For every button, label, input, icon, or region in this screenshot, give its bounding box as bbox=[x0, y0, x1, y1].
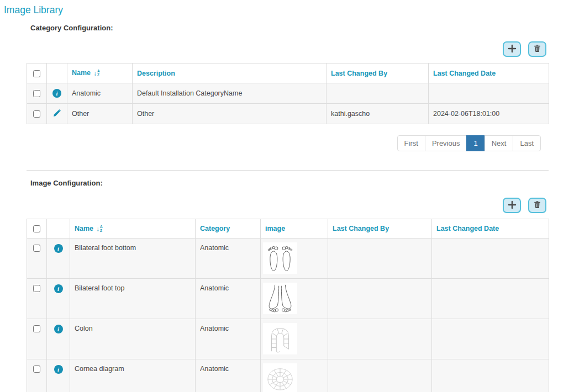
trash-icon bbox=[533, 44, 541, 54]
table-row: i Colon Anatomic bbox=[27, 319, 549, 359]
image-last-changed-by-cell bbox=[328, 359, 432, 392]
pagination-first-button[interactable]: First bbox=[397, 135, 425, 151]
colon-image bbox=[263, 323, 297, 354]
pagination-last-button[interactable]: Last bbox=[513, 135, 541, 151]
image-image-column-header: image bbox=[261, 219, 328, 239]
image-row-checkbox[interactable] bbox=[33, 285, 40, 292]
cornea-diagram-image bbox=[263, 363, 297, 392]
table-row: i Bilateral foot top Anatomic bbox=[27, 279, 549, 319]
category-pagination: First Previous 1 Next Last bbox=[27, 135, 549, 151]
bilateral-foot-bottom-image bbox=[263, 242, 297, 274]
category-name-column-header[interactable]: Name↓AZ bbox=[67, 63, 133, 83]
info-icon[interactable]: i bbox=[54, 244, 63, 253]
image-name-column-header[interactable]: Name↓AZ bbox=[70, 219, 196, 239]
image-last-changed-date-cell bbox=[432, 279, 549, 319]
table-row: Other Other kathi.gascho 2024-02-06T18:0… bbox=[27, 104, 549, 124]
category-row-checkbox[interactable] bbox=[33, 110, 40, 118]
image-table-header-row: Name↓AZ Category image Last Changed By L… bbox=[27, 219, 549, 239]
category-last-changed-by-column-header: Last Changed By bbox=[327, 63, 429, 83]
sort-az-icon: ↓AZ bbox=[96, 225, 103, 233]
image-category-cell: Anatomic bbox=[196, 319, 261, 359]
trash-icon bbox=[533, 200, 541, 210]
category-table: Name↓AZ Description Last Changed By Last… bbox=[27, 63, 549, 124]
image-row-checkbox[interactable] bbox=[33, 325, 40, 332]
image-thumbnail-cell bbox=[261, 319, 328, 359]
category-last-changed-date-column-header: Last Changed Date bbox=[429, 63, 549, 83]
table-row: i Bilateral foot bottom Anatomic bbox=[27, 239, 549, 279]
image-last-changed-by-cell bbox=[328, 279, 432, 319]
image-thumbnail-cell bbox=[261, 279, 328, 319]
image-row-checkbox[interactable] bbox=[33, 245, 40, 252]
image-last-changed-date-cell bbox=[432, 239, 549, 279]
image-name-cell: Colon bbox=[70, 319, 196, 359]
table-row: i Cornea diagram Anatomic bbox=[27, 359, 549, 392]
info-icon[interactable]: i bbox=[54, 365, 63, 374]
image-category-cell: Anatomic bbox=[196, 239, 261, 279]
category-name-cell: Anatomic bbox=[67, 83, 133, 104]
category-last-changed-date-cell: 2024-02-06T18:01:00 bbox=[429, 104, 549, 124]
image-row-checkbox[interactable] bbox=[33, 365, 40, 373]
image-category-cell: Anatomic bbox=[196, 359, 261, 392]
bilateral-foot-top-image bbox=[263, 283, 297, 314]
category-delete-button[interactable] bbox=[528, 41, 546, 57]
image-last-changed-date-cell bbox=[432, 319, 549, 359]
table-row: i Anatomic Default Installation Category… bbox=[27, 83, 549, 104]
pencil-icon[interactable] bbox=[52, 109, 61, 119]
image-toolbar bbox=[27, 198, 549, 213]
pagination-next-button[interactable]: Next bbox=[485, 135, 514, 151]
category-add-button[interactable] bbox=[503, 41, 521, 57]
image-category-column-header: Category bbox=[196, 219, 261, 239]
image-thumbnail-cell bbox=[261, 359, 328, 392]
category-description-cell: Default Installation CategoryName bbox=[133, 83, 327, 104]
image-category-cell: Anatomic bbox=[196, 279, 261, 319]
plus-icon bbox=[508, 44, 517, 55]
category-last-changed-by-cell bbox=[327, 83, 429, 104]
image-last-changed-by-cell bbox=[328, 239, 432, 279]
info-icon[interactable]: i bbox=[52, 89, 61, 98]
main-content: Category Configuration: bbox=[27, 24, 549, 392]
category-table-header-row: Name↓AZ Description Last Changed By Last… bbox=[27, 63, 549, 83]
category-configuration-heading: Category Configuration: bbox=[30, 24, 549, 32]
plus-icon bbox=[508, 200, 517, 211]
image-name-cell: Bilateral foot top bbox=[70, 279, 196, 319]
sort-az-icon: ↓AZ bbox=[93, 70, 100, 77]
category-name-cell: Other bbox=[67, 104, 133, 124]
info-icon[interactable]: i bbox=[54, 325, 63, 333]
info-icon[interactable]: i bbox=[54, 284, 63, 293]
image-thumbnail-cell bbox=[261, 239, 328, 279]
category-actions-column-header bbox=[47, 63, 67, 83]
image-add-button[interactable] bbox=[503, 198, 521, 213]
category-description-column-header: Description bbox=[133, 63, 327, 83]
category-row-checkbox[interactable] bbox=[33, 90, 40, 97]
image-name-cell: Bilateral foot bottom bbox=[70, 239, 196, 279]
image-actions-column-header bbox=[47, 219, 70, 239]
page-title: Image Library bbox=[4, 4, 574, 16]
category-toolbar bbox=[27, 41, 549, 57]
image-delete-button[interactable] bbox=[528, 198, 546, 213]
image-last-changed-date-cell bbox=[432, 359, 549, 392]
category-last-changed-by-cell: kathi.gascho bbox=[327, 104, 429, 124]
image-configuration-heading: Image Configuration: bbox=[30, 179, 549, 187]
image-last-changed-by-cell bbox=[328, 319, 432, 359]
image-last-changed-date-column-header: Last Changed Date bbox=[432, 219, 549, 239]
category-description-cell: Other bbox=[133, 104, 327, 124]
image-select-all-checkbox[interactable] bbox=[33, 225, 40, 232]
pagination-page-1-button[interactable]: 1 bbox=[466, 135, 485, 151]
category-last-changed-date-cell bbox=[429, 83, 549, 104]
image-table: Name↓AZ Category image Last Changed By L… bbox=[27, 219, 549, 392]
pagination-previous-button[interactable]: Previous bbox=[425, 135, 467, 151]
image-last-changed-by-column-header: Last Changed By bbox=[328, 219, 432, 239]
section-divider bbox=[27, 170, 549, 171]
category-select-all-checkbox[interactable] bbox=[33, 70, 40, 77]
image-name-cell: Cornea diagram bbox=[70, 359, 196, 392]
